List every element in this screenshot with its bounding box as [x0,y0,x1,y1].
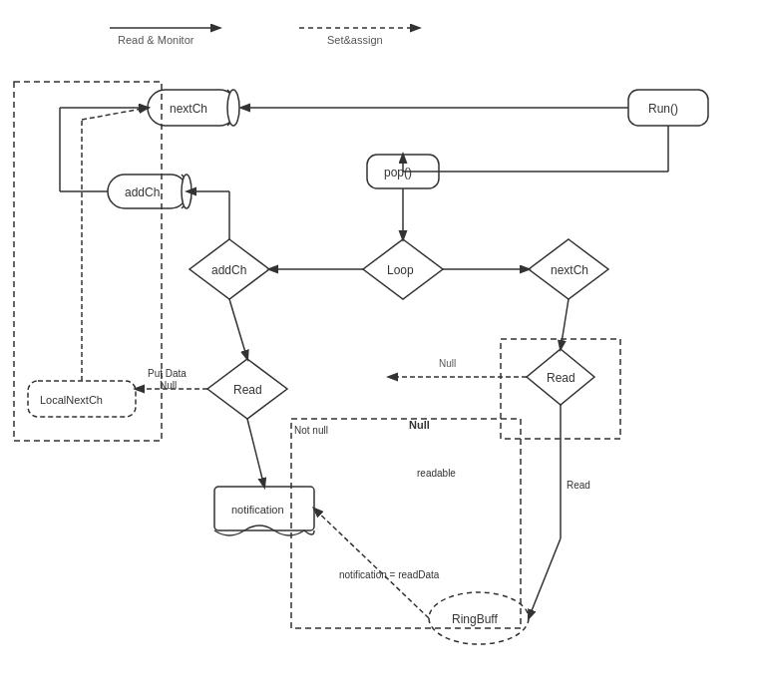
notification-eq-label: notification = readData [339,569,440,580]
svg-point-5 [227,90,239,126]
run-node-label: Run() [648,102,678,116]
notification-label: notification [231,504,284,516]
not-null-label: Not null [294,425,328,436]
svg-line-38 [82,108,148,120]
addch-diamond-label: addCh [211,263,246,277]
read-diamond1-label: Read [233,383,262,397]
nextch-node-label: nextCh [170,102,207,116]
pop-node-label: pop() [384,166,412,179]
set-assign-label: Set&assign [327,34,383,46]
svg-line-39 [247,419,264,487]
svg-line-34 [229,299,247,359]
ringbuff-label: RingBuff [452,612,498,626]
read-monitor-label: Read & Monitor [118,34,194,46]
null-label1: Null [160,380,177,391]
null-label2: Null [409,419,430,431]
put-data-label: Put Data [148,368,187,379]
svg-line-41 [529,538,561,618]
diagram-container: Read & Monitor Set&assign nextCh addCh R… [0,0,762,700]
svg-line-42 [314,509,429,618]
null-connector-label: Null [439,358,456,369]
addch-node-label: addCh [125,185,160,199]
read-diamond2-label: Read [547,371,575,385]
svg-line-35 [561,299,569,349]
readable-label: readable [417,468,456,479]
loop-diamond-label: Loop [387,263,414,277]
nextch-diamond-label: nextCh [551,263,588,277]
localNextCh-label: LocalNextCh [40,394,103,406]
read-label: Read [567,480,590,491]
